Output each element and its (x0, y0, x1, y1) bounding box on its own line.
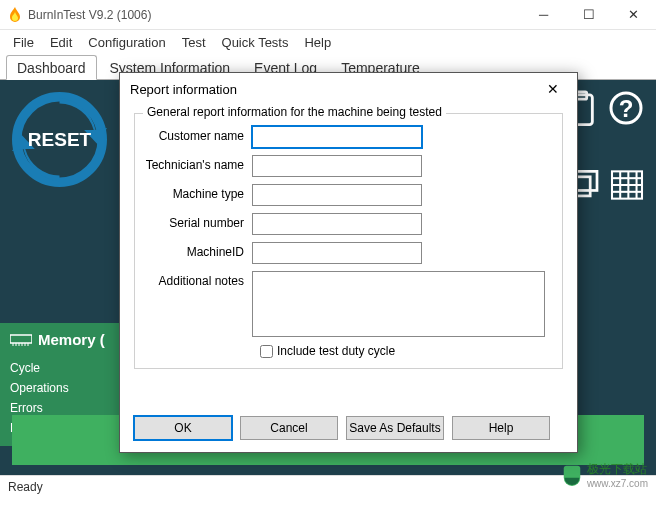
svg-rect-14 (10, 335, 32, 343)
machine-type-label: Machine type (145, 184, 252, 201)
reset-label: RESET (28, 129, 92, 150)
watermark-icon (561, 464, 583, 486)
app-icon (8, 7, 22, 23)
customer-name-input[interactable] (252, 126, 422, 148)
serial-number-label: Serial number (145, 213, 252, 230)
memory-row: Operations (10, 378, 120, 398)
machineid-label: MachineID (145, 242, 252, 259)
menu-help[interactable]: Help (297, 33, 338, 52)
close-button[interactable]: ✕ (611, 0, 656, 30)
report-information-dialog: Report information ✕ General report info… (119, 72, 578, 453)
watermark: 极光下载站 www.xz7.com (561, 461, 648, 489)
machineid-input[interactable] (252, 242, 422, 264)
memory-title: Memory ( (10, 331, 120, 348)
menu-test[interactable]: Test (175, 33, 213, 52)
dialog-buttons: OK Cancel Save As Defaults Help (120, 406, 577, 452)
save-as-defaults-button[interactable]: Save As Defaults (346, 416, 444, 440)
statusbar: Ready (0, 475, 656, 497)
machine-type-input[interactable] (252, 184, 422, 206)
dialog-close-button[interactable]: ✕ (539, 77, 567, 101)
dialog-title-text: Report information (130, 82, 539, 97)
menu-quick-tests[interactable]: Quick Tests (215, 33, 296, 52)
menubar: File Edit Configuration Test Quick Tests… (0, 30, 656, 54)
include-duty-cycle-label: Include test duty cycle (277, 344, 395, 358)
minimize-button[interactable]: ─ (521, 0, 566, 30)
menu-file[interactable]: File (6, 33, 41, 52)
serial-number-input[interactable] (252, 213, 422, 235)
maximize-button[interactable]: ☐ (566, 0, 611, 30)
watermark-text: 极光下载站 (587, 461, 648, 478)
customer-name-label: Customer name (145, 126, 252, 143)
menu-edit[interactable]: Edit (43, 33, 79, 52)
additional-notes-textarea[interactable] (252, 271, 545, 337)
general-report-groupbox: General report information for the machi… (134, 113, 563, 369)
titlebar: BurnInTest V9.2 (1006) ─ ☐ ✕ (0, 0, 656, 30)
help-icon[interactable]: ? (608, 90, 644, 128)
svg-text:?: ? (619, 95, 634, 122)
technician-name-label: Technician's name (145, 155, 252, 172)
window-title: BurnInTest V9.2 (1006) (28, 8, 521, 22)
window-controls: ─ ☐ ✕ (521, 0, 656, 30)
groupbox-title: General report information for the machi… (143, 105, 446, 119)
memory-row: Cycle (10, 358, 120, 378)
memory-title-text: Memory ( (38, 331, 105, 348)
help-button[interactable]: Help (452, 416, 550, 440)
dialog-titlebar: Report information ✕ (120, 73, 577, 105)
additional-notes-label: Additional notes (145, 271, 252, 288)
dialog-body: General report information for the machi… (120, 105, 577, 406)
menu-configuration[interactable]: Configuration (81, 33, 172, 52)
status-text: Ready (8, 480, 43, 494)
watermark-url: www.xz7.com (587, 478, 648, 489)
cancel-button[interactable]: Cancel (240, 416, 338, 440)
technician-name-input[interactable] (252, 155, 422, 177)
grid-view-icon[interactable] (610, 170, 644, 200)
ok-button[interactable]: OK (134, 416, 232, 440)
include-duty-cycle-checkbox[interactable] (260, 345, 273, 358)
tab-dashboard[interactable]: Dashboard (6, 55, 97, 80)
memory-icon (10, 333, 32, 347)
reset-button[interactable]: RESET (12, 92, 107, 190)
